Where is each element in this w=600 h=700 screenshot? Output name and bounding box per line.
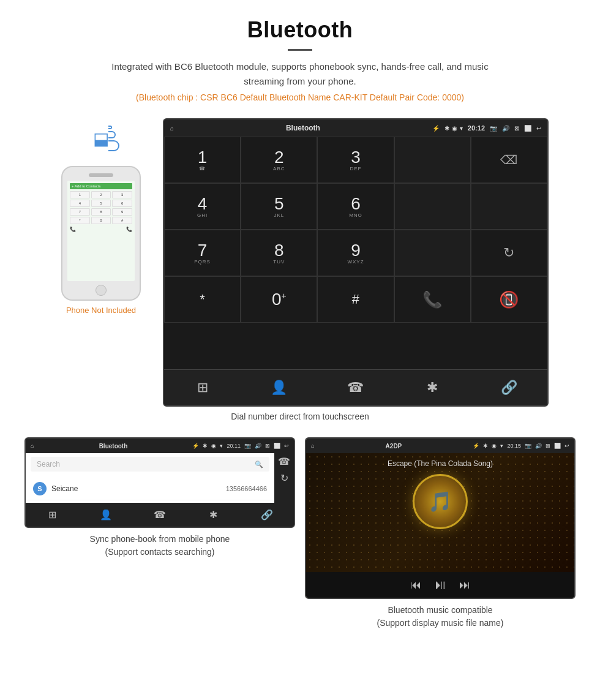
dial-key-7[interactable]: 7 PQRS — [164, 230, 241, 276]
phone-key[interactable]: 9 — [112, 208, 132, 216]
pb-cam-icon: 📷 — [244, 443, 251, 449]
nav-bluetooth-icon[interactable]: ✱ — [394, 376, 471, 399]
dial-call-green[interactable]: 📞 — [394, 276, 471, 323]
phone-key[interactable]: 1 — [70, 191, 90, 198]
phone-key[interactable]: 4 — [70, 200, 90, 207]
volume-icon[interactable]: 🔊 — [502, 125, 509, 132]
dial-key-3[interactable]: 3 DEF — [317, 137, 394, 183]
pb-right-icons: ☎ ↻ — [274, 453, 294, 503]
music-play-button[interactable]: ⏯ — [433, 577, 447, 593]
phone-side: ⬓ + Add to Contacts 1 2 3 4 5 — [49, 118, 153, 407]
phone-key[interactable]: * — [70, 217, 90, 224]
music-next-button[interactable]: ⏭ — [459, 579, 470, 592]
dial-cell-empty-1 — [394, 137, 471, 183]
music-content: Escape (The Pina Colada Song) 🎵 — [306, 453, 574, 572]
dial-cell-empty-4 — [394, 230, 471, 276]
phone-speaker — [89, 173, 113, 177]
pb-nav-contacts[interactable]: 👤 — [80, 506, 133, 523]
page-title: Bluetooth — [24, 17, 576, 43]
music-album-art: 🎵 — [413, 474, 468, 529]
music-win-icon: ⬜ — [554, 443, 561, 449]
pb-call-icon[interactable]: ☎ — [278, 456, 290, 467]
bottom-screenshots: ⌂ Bluetooth ⚡ ✱ ◉ ▾ 20:11 📷 🔊 ⊠ ⬜ ↩ Sear… — [0, 427, 600, 642]
phonebook-row[interactable]: S Seicane 13566664466 — [26, 478, 274, 500]
dial-cell-empty-3 — [471, 183, 547, 230]
phone-key[interactable]: 8 — [91, 208, 111, 216]
phone-key[interactable]: 6 — [112, 200, 132, 207]
phonebook-statusbar: ⌂ Bluetooth ⚡ ✱ ◉ ▾ 20:11 📷 🔊 ⊠ ⬜ ↩ — [26, 438, 294, 453]
usb-icon: ⚡ — [432, 125, 440, 132]
dial-key-6[interactable]: 6 MNO — [317, 183, 394, 230]
music-time: 20:15 — [507, 443, 521, 449]
music-prev-button[interactable]: ⏮ — [410, 579, 421, 592]
title-divider — [288, 49, 312, 51]
pb-nav-bluetooth[interactable]: ✱ — [187, 506, 241, 523]
nav-dialpad-icon[interactable]: ⊞ — [164, 376, 241, 399]
music-title: A2DP — [318, 443, 469, 450]
pb-nav-call[interactable]: ☎ — [133, 506, 187, 523]
music-caption-line2: (Support display music file name) — [377, 618, 504, 628]
bluetooth-specs: (Bluetooth chip : CSR BC6 Default Blueto… — [24, 92, 576, 102]
dial-key-2[interactable]: 2 ABC — [241, 137, 317, 183]
dialpad-grid: 1 ☎ 2 ABC 3 DEF ⌫ 4 GHI — [164, 137, 547, 369]
pb-back-icon[interactable]: ↩ — [284, 443, 289, 449]
nav-call-icon[interactable]: ☎ — [317, 376, 394, 399]
phone-key[interactable]: 2 — [91, 191, 111, 198]
back-icon[interactable]: ↩ — [536, 125, 541, 132]
dial-key-0[interactable]: 0+ — [241, 276, 317, 323]
dial-key-9[interactable]: 9 WXYZ — [317, 230, 394, 276]
music-cam-icon: 📷 — [525, 443, 531, 449]
phonebook-caption-line2: (Support contacts searching) — [105, 547, 215, 557]
pb-home-icon[interactable]: ⌂ — [31, 443, 34, 449]
phonebook-search[interactable]: Search 🔍 — [31, 457, 269, 472]
pb-time: 20:11 — [227, 443, 241, 449]
pb-title: Bluetooth — [37, 443, 189, 450]
phone-image: + Add to Contacts 1 2 3 4 5 6 7 8 9 * 0 … — [61, 166, 141, 301]
pb-bt-icon: ✱ — [203, 443, 208, 449]
nav-link-icon[interactable]: 🔗 — [471, 376, 547, 399]
phone-key[interactable]: # — [112, 217, 132, 224]
phone-home-button[interactable] — [96, 285, 107, 296]
camera-icon[interactable]: 📷 — [490, 125, 497, 132]
dial-section: ⬓ + Add to Contacts 1 2 3 4 5 — [0, 118, 600, 427]
phone-key[interactable]: 5 — [91, 200, 111, 207]
phonebook-screen: ⌂ Bluetooth ⚡ ✱ ◉ ▾ 20:11 📷 🔊 ⊠ ⬜ ↩ Sear… — [24, 437, 295, 528]
dial-key-8[interactable]: 8 TUV — [241, 230, 317, 276]
pb-win-icon: ⬜ — [274, 443, 280, 449]
nav-contacts-icon[interactable]: 👤 — [241, 376, 317, 399]
pb-reload-icon[interactable]: ↻ — [280, 472, 288, 484]
dial-reload[interactable]: ↻ — [471, 230, 547, 276]
dial-call-red[interactable]: 📵 — [471, 276, 547, 323]
bluetooth-icon: ⬓ — [93, 129, 109, 149]
dial-bottom-nav: ⊞ 👤 ☎ ✱ 🔗 — [164, 369, 547, 405]
dial-key-star[interactable]: * — [164, 276, 241, 323]
music-note-icon: 🎵 — [428, 490, 452, 513]
phonebook-bottom-nav: ⊞ 👤 ☎ ✱ 🔗 — [26, 503, 294, 527]
home-icon[interactable]: ⌂ — [170, 125, 174, 132]
music-controls: ⏮ ⏯ ⏭ — [306, 572, 574, 598]
music-song-name: Escape (The Pina Colada Song) — [388, 459, 493, 468]
phonebook-caption-line1: Sync phone-book from mobile phone — [90, 534, 230, 544]
dial-cell-empty-2 — [394, 183, 471, 230]
dial-backspace[interactable]: ⌫ — [471, 137, 547, 183]
music-home-icon[interactable]: ⌂ — [311, 443, 314, 449]
music-loc-icon: ◉ — [492, 443, 497, 449]
bluetooth-wave: ⬓ — [83, 123, 119, 154]
music-back-icon[interactable]: ↩ — [564, 443, 569, 449]
phone-key[interactable]: 3 — [112, 191, 132, 198]
pb-nav-link[interactable]: 🔗 — [240, 506, 294, 523]
phone-key[interactable]: 7 — [70, 208, 90, 216]
music-block: ⌂ A2DP ⚡ ✱ ◉ ▾ 20:15 📷 🔊 ⊠ ⬜ ↩ Escape (T — [305, 437, 576, 630]
pb-nav-dialpad[interactable]: ⊞ — [26, 506, 80, 523]
screen-icon[interactable]: ⊠ — [514, 125, 519, 132]
search-placeholder: Search — [37, 460, 60, 469]
dial-key-1[interactable]: 1 ☎ — [164, 137, 241, 183]
pb-scrn-icon: ⊠ — [265, 443, 270, 449]
dial-key-4[interactable]: 4 GHI — [164, 183, 241, 230]
statusbar-title: Bluetooth — [179, 124, 427, 132]
dial-key-5[interactable]: 5 JKL — [241, 183, 317, 230]
music-statusbar: ⌂ A2DP ⚡ ✱ ◉ ▾ 20:15 📷 🔊 ⊠ ⬜ ↩ — [306, 438, 574, 453]
phone-key[interactable]: 0 — [91, 217, 111, 224]
dial-key-hash[interactable]: # — [317, 276, 394, 323]
window-icon[interactable]: ⬜ — [524, 125, 531, 132]
